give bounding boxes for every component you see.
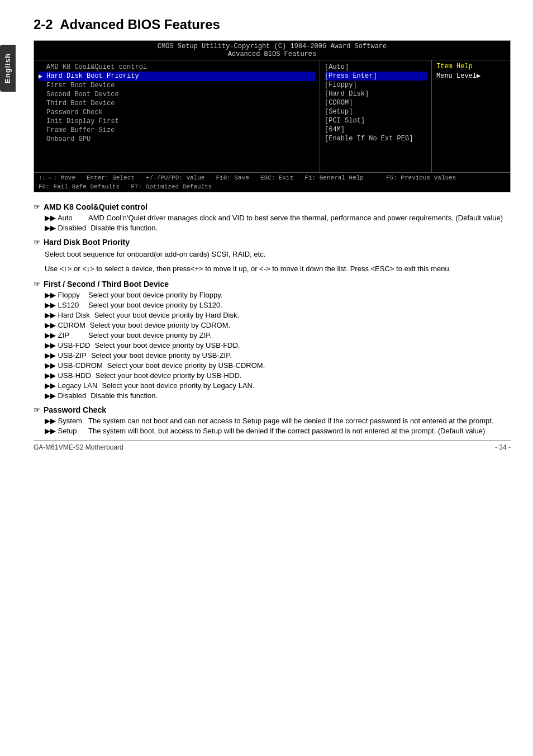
amd-disabled-item: ▶▶ Disabled Disable this function. — [45, 224, 511, 232]
boot-usbcdrom: ▶▶ USB-CDROM Select your boot device pri… — [45, 361, 511, 370]
floppy-bullet: ▶▶ Floppy — [45, 291, 84, 299]
menu-level-label: Menu Level — [436, 72, 477, 80]
password-heading-text: Password Check — [44, 405, 106, 414]
usbzip-desc: Select your boot device priority by USB-… — [91, 351, 511, 360]
section-number: 2-2 — [34, 17, 53, 32]
footer-divider — [34, 441, 511, 441]
section-heading-text: AMD K8 Cool&Quiet control — [44, 202, 147, 211]
boot-device-items: ▶▶ Floppy Select your boot device priori… — [34, 291, 511, 400]
bios-item-second-boot[interactable]: Second Boot Device — [39, 90, 315, 99]
bios-item-frame-buffer[interactable]: Frame Buffer Size — [39, 126, 315, 135]
zip-desc: Select your boot device priority by ZIP. — [88, 331, 511, 339]
section-arrow-icon: ☞ — [34, 203, 40, 211]
boot-zip: ▶▶ ZIP Select your boot device priority … — [45, 331, 511, 339]
boot-cdrom: ▶▶ CDROM Select your boot device priorit… — [45, 321, 511, 329]
amd-auto-desc: AMD Cool'n'Quiet driver manages clock an… — [88, 214, 511, 222]
section-arrow-icon2: ☞ — [34, 238, 40, 247]
footer-model: GA-M61VME-S2 Motherboard — [34, 443, 123, 451]
footer-page: - 34 - — [495, 443, 511, 451]
bios-menu-left: AMD K8 Cool&Quiet control ▶ Hard Disk Bo… — [34, 60, 320, 172]
cdrom-bullet: ▶▶ CDROM — [45, 321, 85, 329]
bios-item-first-boot[interactable]: First Boot Device — [39, 81, 315, 90]
amd-auto-item: ▶▶ Auto AMD Cool'n'Quiet driver manages … — [45, 214, 511, 222]
password-setup-desc: The system will boot, but access to Setu… — [88, 427, 511, 435]
hard-disk-para2: Use <↑> or <↓> to select a device, then … — [45, 263, 511, 275]
amd-disabled-desc: Disable this function. — [91, 224, 511, 232]
ls120-bullet: ▶▶ LS120 — [45, 301, 84, 309]
cdrom-desc: Select your boot device priority by CDRO… — [90, 321, 511, 329]
section-password-check: ☞ Password Check ▶▶ System The system ca… — [34, 405, 511, 435]
heading-amd-cool-quiet: ☞ AMD K8 Cool&Quiet control — [34, 202, 511, 211]
footer: GA-M61VME-S2 Motherboard - 34 - — [34, 443, 511, 451]
sidebar-label: English — [3, 53, 12, 83]
legacylan-bullet: ▶▶ Legacy LAN — [45, 381, 97, 390]
amd-disabled-bullet: ▶▶ Disabled — [45, 224, 86, 232]
hard-disk-boot-content: Select boot sequence for onboard(or add-… — [34, 249, 511, 274]
item-help-title: Item Help — [436, 63, 506, 70]
boot-disabled: ▶▶ Disabled Disable this function. — [45, 391, 511, 400]
ls120-desc: Select your boot device priority by LS12… — [88, 301, 511, 309]
password-system-bullet: ▶▶ System — [45, 417, 84, 425]
boot-floppy: ▶▶ Floppy Select your boot device priori… — [45, 291, 511, 299]
floppy-desc: Select your boot device priority by Flop… — [88, 291, 511, 299]
usbzip-bullet: ▶▶ USB-ZIP — [45, 351, 87, 360]
harddisk-bullet: ▶▶ Hard Disk — [45, 311, 90, 319]
bios-title-line2: Advanced BIOS Features — [34, 50, 510, 58]
hard-disk-heading-text: Hard Disk Boot Priority — [44, 238, 130, 247]
title-text: Advanced BIOS Features — [60, 17, 220, 32]
amd-auto-bullet: ▶▶ Auto — [45, 214, 84, 222]
boot-disabled-desc: Disable this function. — [91, 391, 511, 400]
menu-level: Menu Level▶ — [436, 72, 506, 80]
section-boot-device: ☞ First / Second / Third Boot Device ▶▶ … — [34, 280, 511, 400]
usbhdd-bullet: ▶▶ USB-HDD — [45, 371, 91, 380]
password-check-items: ▶▶ System The system can not boot and ca… — [34, 417, 511, 435]
bios-title: CMOS Setup Utility-Copyright (C) 1984-20… — [34, 41, 510, 60]
password-system-desc: The system can not boot and can not acce… — [88, 417, 511, 425]
usbhdd-desc: Select your boot device priority by USB-… — [96, 371, 511, 380]
bios-item-onboard-gpu[interactable]: Onboard GPU — [39, 135, 315, 144]
password-setup-bullet: ▶▶ Setup — [45, 427, 84, 435]
bios-help-right: Item Help Menu Level▶ — [432, 60, 510, 172]
boot-device-heading-text: First / Second / Third Boot Device — [44, 280, 169, 289]
bios-item-hdd-boot[interactable]: ▶ Hard Disk Boot Priority — [39, 72, 315, 81]
heading-password-check: ☞ Password Check — [34, 405, 511, 414]
password-setup: ▶▶ Setup The system will boot, but acces… — [45, 427, 511, 435]
section-hard-disk-boot: ☞ Hard Disk Boot Priority Select boot se… — [34, 238, 511, 274]
page-title: 2-2 Advanced BIOS Features — [34, 17, 511, 32]
bios-body: AMD K8 Cool&Quiet control ▶ Hard Disk Bo… — [34, 60, 510, 172]
usbfdd-desc: Select your boot device priority by USB-… — [94, 341, 511, 349]
harddisk-desc: Select your boot device priority by Hard… — [94, 311, 511, 319]
usbfdd-bullet: ▶▶ USB-FDD — [45, 341, 90, 349]
bios-item-password[interactable]: Password Check — [39, 108, 315, 117]
usbcdrom-bullet: ▶▶ USB-CDROM — [45, 361, 103, 370]
zip-bullet: ▶▶ ZIP — [45, 331, 84, 339]
bios-values-middle: [Auto] [Press Enter] [Floppy] [Hard Disk… — [320, 60, 432, 172]
bios-item-third-boot[interactable]: Third Boot Device — [39, 99, 315, 108]
boot-ls120: ▶▶ LS120 Select your boot device priorit… — [45, 301, 511, 309]
boot-usbzip: ▶▶ USB-ZIP Select your boot device prior… — [45, 351, 511, 360]
bios-setup-box: CMOS Setup Utility-Copyright (C) 1984-20… — [34, 40, 511, 192]
hard-disk-para1: Select boot sequence for onboard(or add-… — [45, 249, 511, 260]
section-arrow-icon4: ☞ — [34, 406, 40, 414]
bios-item-init-display[interactable]: Init Display First — [39, 117, 315, 126]
content-area: ☞ AMD K8 Cool&Quiet control ▶▶ Auto AMD … — [34, 202, 511, 435]
bios-title-line1: CMOS Setup Utility-Copyright (C) 1984-20… — [34, 42, 510, 50]
legacylan-desc: Select your boot device priority by Lega… — [102, 381, 511, 390]
section-arrow-icon3: ☞ — [34, 280, 40, 289]
boot-harddisk: ▶▶ Hard Disk Select your boot device pri… — [45, 311, 511, 319]
bios-footer: ↑↓→←: Move Enter: Select +/-/PU/PD: Valu… — [34, 172, 510, 192]
menu-level-arrow: ▶ — [477, 72, 480, 80]
section-amd-cool-quiet: ☞ AMD K8 Cool&Quiet control ▶▶ Auto AMD … — [34, 202, 511, 232]
heading-boot-device: ☞ First / Second / Third Boot Device — [34, 280, 511, 289]
sidebar-tab: English — [0, 45, 16, 92]
boot-disabled-bullet: ▶▶ Disabled — [45, 391, 86, 400]
heading-hard-disk-boot: ☞ Hard Disk Boot Priority — [34, 238, 511, 247]
boot-legacylan: ▶▶ Legacy LAN Select your boot device pr… — [45, 381, 511, 390]
boot-usbhdd: ▶▶ USB-HDD Select your boot device prior… — [45, 371, 511, 380]
usbcdrom-desc: Select your boot device priority by USB-… — [107, 361, 511, 370]
password-system: ▶▶ System The system can not boot and ca… — [45, 417, 511, 425]
amd-cool-quiet-items: ▶▶ Auto AMD Cool'n'Quiet driver manages … — [34, 214, 511, 232]
boot-usbfdd: ▶▶ USB-FDD Select your boot device prior… — [45, 341, 511, 349]
bios-item-amd[interactable]: AMD K8 Cool&Quiet control — [39, 63, 315, 72]
